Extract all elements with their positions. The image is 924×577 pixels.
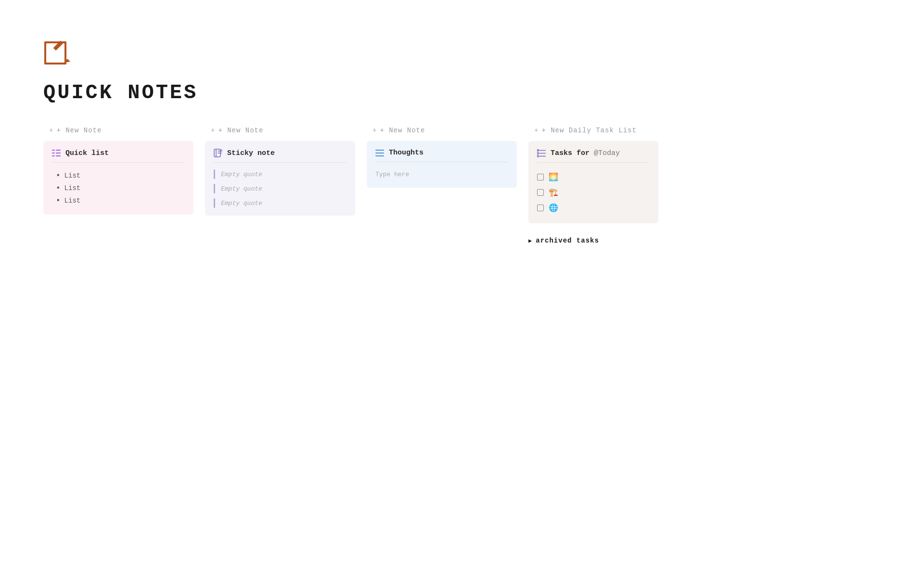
list-item-3: List <box>56 194 185 207</box>
task-emoji-3: 🌐 <box>549 203 558 213</box>
app-icon <box>43 38 881 81</box>
archived-tasks-toggle[interactable]: ▶ archived tasks <box>528 235 658 246</box>
tasks-today-tag: @Today <box>594 149 620 157</box>
task-checkbox-3[interactable] <box>537 205 544 211</box>
task-item-1: 🌅 <box>537 169 650 185</box>
column-4: + + New Daily Task List Tasks for <box>528 124 658 246</box>
plus-icon-col4: + <box>534 127 539 134</box>
thoughts-title: Thoughts <box>389 149 424 157</box>
svg-rect-18 <box>375 150 384 151</box>
task-item-2: 🏗️ <box>537 185 650 200</box>
svg-rect-7 <box>52 150 55 151</box>
svg-rect-12 <box>56 155 61 156</box>
task-checkbox-1[interactable] <box>537 174 544 180</box>
plus-icon-col1: + <box>49 127 53 134</box>
list-item-2-text: List <box>64 184 81 192</box>
column-3: + + New Note Thoughts Type here <box>367 124 517 188</box>
column-1: + + New Note Quick list <box>43 124 193 215</box>
archived-chevron: ▶ <box>528 237 532 244</box>
page-title: QUICK NOTES <box>43 81 881 104</box>
page-container: QUICK NOTES + + New Note <box>0 0 924 285</box>
tasks-for-label: Tasks for <box>551 149 590 157</box>
thoughts-icon <box>375 150 384 156</box>
svg-rect-9 <box>52 155 55 156</box>
new-note-btn-col3[interactable]: + + New Note <box>367 124 431 137</box>
svg-rect-19 <box>375 153 384 154</box>
quote-bar-2 <box>214 184 215 193</box>
svg-rect-10 <box>56 150 61 151</box>
new-note-label-col3: + New Note <box>380 127 425 134</box>
sticky-note-title: Sticky note <box>227 149 275 157</box>
tasks-header: Tasks for @Today <box>537 149 650 163</box>
list-item-1-text: List <box>64 172 81 180</box>
quote-items: Empty quote Empty quote Empty quote <box>214 169 346 208</box>
svg-rect-8 <box>52 153 55 154</box>
thoughts-placeholder: Type here <box>375 169 508 180</box>
column-2: + + New Note Sticky note <box>205 124 355 216</box>
quick-list-card: Quick list List List List <box>43 141 193 215</box>
columns-container: + + New Note Quick list <box>43 124 881 246</box>
svg-rect-11 <box>56 153 61 154</box>
quote-text-1: Empty quote <box>221 171 262 178</box>
plus-icon-col3: + <box>372 127 377 134</box>
new-note-label-col2: + New Note <box>218 127 263 134</box>
task-emoji-2: 🏗️ <box>549 188 558 197</box>
thoughts-card: Thoughts Type here <box>367 141 517 188</box>
list-item-2: List <box>56 182 185 194</box>
list-item-3-text: List <box>64 197 81 205</box>
quote-item-1: Empty quote <box>214 169 346 179</box>
thoughts-header: Thoughts <box>375 149 508 162</box>
archived-tasks-label: archived tasks <box>536 237 599 244</box>
tasks-title: Tasks for @Today <box>551 149 620 157</box>
task-emoji-1: 🌅 <box>549 172 558 182</box>
quote-item-2: Empty quote <box>214 184 346 193</box>
list-item-1: List <box>56 169 185 182</box>
sticky-note-card: Sticky note Empty quote Empty quote Empt… <box>205 141 355 216</box>
sticky-icon <box>214 149 222 157</box>
new-daily-task-label: + New Daily Task List <box>541 127 636 134</box>
quote-text-3: Empty quote <box>221 200 262 207</box>
plus-icon-col2: + <box>211 127 215 134</box>
quote-item-3: Empty quote <box>214 198 346 208</box>
task-checkbox-2[interactable] <box>537 189 544 196</box>
list-icon <box>52 149 61 157</box>
new-note-btn-col2[interactable]: + + New Note <box>205 124 269 137</box>
quote-bar-3 <box>214 198 215 208</box>
task-items: 🌅 🏗️ 🌐 <box>537 169 650 216</box>
svg-rect-0 <box>45 42 65 64</box>
new-daily-task-btn[interactable]: + + New Daily Task List <box>528 124 642 137</box>
tasks-card: Tasks for @Today 🌅 🏗️ 🌐 <box>528 141 658 223</box>
quick-list-title: Quick list <box>65 149 109 157</box>
quote-bar-1 <box>214 169 215 179</box>
task-item-3: 🌐 <box>537 200 650 216</box>
new-note-btn-col1[interactable]: + + New Note <box>43 124 107 137</box>
sticky-note-header: Sticky note <box>214 149 346 163</box>
quick-list-items: List List List <box>52 169 185 207</box>
quote-text-2: Empty quote <box>221 185 262 192</box>
svg-rect-23 <box>537 153 539 154</box>
svg-rect-20 <box>375 155 384 156</box>
svg-rect-24 <box>537 155 539 157</box>
new-note-label-col1: + New Note <box>56 127 102 134</box>
tasks-icon <box>537 149 546 157</box>
quick-list-header: Quick list <box>52 149 185 163</box>
